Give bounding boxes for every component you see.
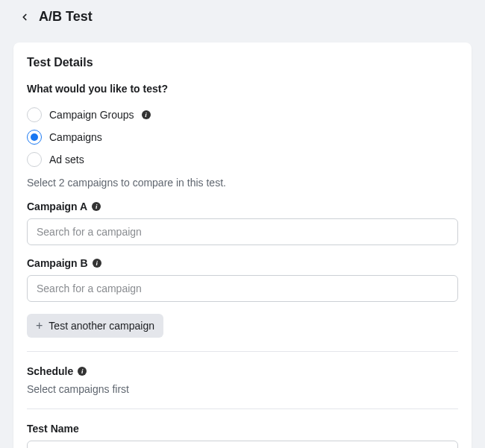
test-name-label-text: Test Name xyxy=(27,423,79,435)
radio-option-ad-sets[interactable]: Ad sets xyxy=(27,148,458,171)
campaign-a-label-text: Campaign A xyxy=(27,201,87,212)
compare-hint: Select 2 campaigns to compare in this te… xyxy=(27,177,458,189)
test-another-campaign-button[interactable]: + Test another campaign xyxy=(27,314,163,338)
radio-label: Ad sets xyxy=(49,154,84,165)
section-title: Test Details xyxy=(27,56,458,69)
back-chevron-icon[interactable] xyxy=(18,10,31,24)
info-icon[interactable]: i xyxy=(92,202,101,211)
test-another-campaign-label: Test another campaign xyxy=(48,320,154,332)
page-title: A/B Test xyxy=(39,9,93,25)
test-type-radio-group: Campaign Groups i Campaigns Ad sets xyxy=(27,104,458,171)
divider xyxy=(27,408,458,409)
test-name-label: Test Name xyxy=(27,423,458,435)
schedule-label-text: Schedule xyxy=(27,365,73,377)
campaign-b-label: Campaign B i xyxy=(27,257,458,269)
radio-label: Campaign Groups xyxy=(49,109,134,121)
campaign-a-input[interactable] xyxy=(27,218,458,245)
schedule-hint: Select campaigns first xyxy=(27,383,458,395)
info-icon[interactable]: i xyxy=(78,367,87,376)
radio-option-campaigns[interactable]: Campaigns xyxy=(27,126,458,148)
page-header: A/B Test xyxy=(0,0,485,34)
test-details-card: Test Details What would you like to test… xyxy=(13,42,472,448)
radio-icon xyxy=(27,107,42,122)
plus-icon: + xyxy=(36,320,43,332)
radio-icon xyxy=(27,130,42,145)
radio-icon xyxy=(27,152,42,167)
info-icon[interactable]: i xyxy=(142,110,151,119)
campaign-b-input[interactable] xyxy=(27,275,458,302)
divider xyxy=(27,351,458,352)
radio-label: Campaigns xyxy=(49,131,102,143)
info-icon[interactable]: i xyxy=(93,259,101,268)
schedule-label: Schedule i xyxy=(27,365,458,377)
test-name-input[interactable] xyxy=(27,441,458,448)
campaign-a-label: Campaign A i xyxy=(27,201,458,212)
test-type-question: What would you like to test? xyxy=(27,83,458,95)
campaign-b-label-text: Campaign B xyxy=(27,257,88,269)
radio-option-campaign-groups[interactable]: Campaign Groups i xyxy=(27,104,458,126)
